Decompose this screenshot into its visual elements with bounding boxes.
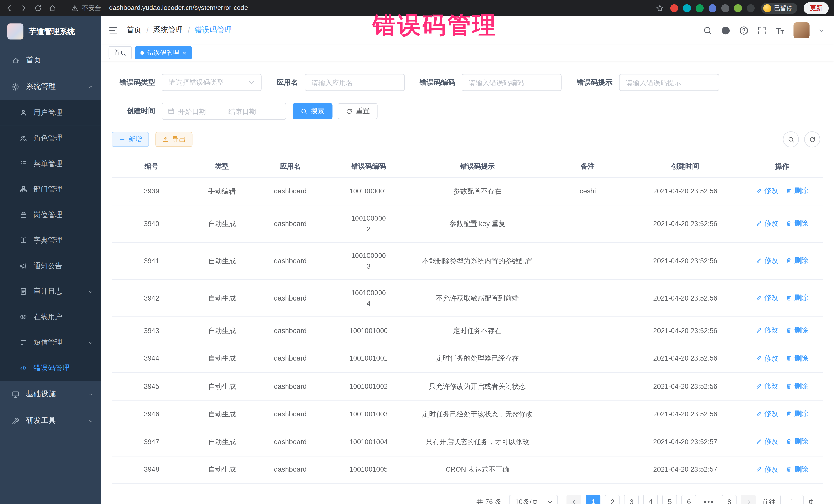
row-time-cell: 2021-04-20 23:52:57 [630, 429, 741, 455]
delete-link[interactable]: 删除 [786, 292, 808, 303]
edit-link[interactable]: 修改 [756, 381, 778, 391]
page-6-button[interactable]: 6 [682, 495, 697, 504]
edit-link[interactable]: 修改 [756, 218, 778, 228]
edit-link[interactable]: 修改 [756, 353, 778, 363]
sidebar-item-user[interactable]: 用户管理 [0, 100, 101, 126]
page-2-button[interactable]: 2 [605, 495, 620, 504]
toggle-search-button[interactable] [783, 131, 799, 147]
reset-button[interactable]: 重置 [338, 103, 377, 119]
sidebar-item-online-user[interactable]: 在线用户 [0, 304, 101, 330]
sidebar-item-devtools[interactable]: 研发工具 [0, 408, 101, 434]
app-name-input[interactable] [305, 74, 405, 91]
refresh-table-button[interactable] [804, 131, 820, 147]
logo[interactable]: 芋道管理系统 [0, 16, 101, 47]
hamburger-icon[interactable] [109, 25, 118, 35]
start-date-input[interactable] [178, 107, 215, 115]
page-5-button[interactable]: 5 [662, 495, 677, 504]
sidebar-item-role[interactable]: 角色管理 [0, 126, 101, 151]
github-icon[interactable] [721, 26, 730, 35]
sidebar-item-audit-log[interactable]: 审计日志 [0, 279, 101, 304]
chrome-home-icon[interactable] [48, 4, 57, 12]
edit-link[interactable]: 修改 [756, 292, 778, 303]
delete-link[interactable]: 删除 [786, 218, 808, 228]
search-button[interactable]: 搜索 [292, 103, 332, 119]
sidebar-item-infra[interactable]: 基础设施 [0, 381, 101, 408]
sidebar-item-home[interactable]: 首页 [0, 47, 101, 73]
delete-link[interactable]: 删除 [786, 185, 808, 196]
extension-icon[interactable] [721, 4, 729, 12]
sidebar-item-post[interactable]: 岗位管理 [0, 202, 101, 227]
filter-type-label: 错误码类型 [112, 78, 155, 87]
error-code-input[interactable] [462, 74, 562, 91]
sidebar-item-menu[interactable]: 菜单管理 [0, 151, 101, 177]
sidebar-item-dict[interactable]: 字典管理 [0, 227, 101, 253]
error-type-select[interactable]: 请选择错误码类型 [162, 74, 262, 91]
profile-paused-chip[interactable]: 已暂停 [761, 2, 797, 14]
error-msg-input[interactable] [619, 74, 719, 91]
sidebar-item-system[interactable]: 系统管理 [0, 73, 101, 100]
search-button-label: 搜索 [310, 107, 324, 116]
delete-link[interactable]: 删除 [786, 255, 808, 266]
page-size-select[interactable]: 10条/页 [509, 495, 558, 504]
header-search-icon[interactable] [703, 26, 712, 35]
tab-error-code[interactable]: 错误码管理 × [135, 46, 192, 59]
sidebar-item-error-code[interactable]: 错误码管理 [0, 355, 101, 381]
extension-icon[interactable] [708, 4, 716, 12]
chevron-down-icon[interactable] [819, 27, 825, 34]
extension-icon[interactable] [683, 4, 690, 12]
date-range-picker[interactable]: - [162, 103, 286, 119]
back-icon[interactable] [5, 4, 13, 12]
more-pages-button[interactable]: ••• [701, 495, 718, 504]
delete-link[interactable]: 删除 [786, 464, 808, 474]
next-page-button[interactable] [741, 495, 756, 504]
address-bar[interactable]: 不安全 dashboard.yudao.iocoder.cn/system/er… [71, 3, 248, 12]
table-header-row: 编号类型应用名错误码编码错误码提示备注创建时间操作 [112, 156, 823, 178]
font-size-icon[interactable] [775, 26, 785, 35]
page-8-button[interactable]: 8 [722, 495, 737, 504]
delete-link[interactable]: 删除 [786, 325, 808, 335]
add-button[interactable]: 新增 [112, 132, 149, 147]
sidebar-item-dept[interactable]: 部门管理 [0, 177, 101, 202]
tab-close-icon[interactable]: × [182, 49, 186, 56]
page-3-button[interactable]: 3 [624, 495, 639, 504]
extension-icon[interactable] [746, 4, 754, 12]
goto-page-input[interactable] [781, 495, 804, 504]
reload-icon[interactable] [34, 4, 42, 12]
users-icon [20, 134, 27, 142]
table-row: 3941自动生成dashboard100100000 3不能删除类型为系统内置的… [112, 243, 823, 280]
edit-link[interactable]: 修改 [756, 185, 778, 196]
edit-link[interactable]: 修改 [756, 464, 778, 474]
export-button[interactable]: 导出 [155, 132, 193, 147]
delete-link[interactable]: 删除 [786, 436, 808, 446]
sidebar-item-sms[interactable]: 短信管理 [0, 330, 101, 355]
breadcrumb-system[interactable]: 系统管理 [153, 25, 183, 35]
edit-link[interactable]: 修改 [756, 409, 778, 419]
extension-icon[interactable] [670, 4, 678, 12]
url-text[interactable]: dashboard.yudao.iocoder.cn/system/error-… [109, 4, 248, 12]
prev-page-button[interactable] [567, 495, 581, 504]
bookmark-star-icon[interactable] [656, 4, 664, 12]
page-1-button[interactable]: 1 [586, 495, 601, 504]
delete-link[interactable]: 删除 [786, 409, 808, 419]
delete-link[interactable]: 删除 [786, 353, 808, 363]
chrome-update-button[interactable]: 更新 [804, 2, 829, 14]
page-4-button[interactable]: 4 [643, 495, 658, 504]
extension-icon[interactable] [696, 4, 703, 12]
fullscreen-icon[interactable] [758, 26, 767, 35]
delete-label: 删除 [794, 255, 808, 266]
forward-icon[interactable] [20, 4, 28, 12]
row-actions-cell: 修改删除 [741, 178, 824, 205]
edit-link[interactable]: 修改 [756, 255, 778, 266]
extension-icon[interactable] [734, 4, 742, 12]
plus-icon [118, 136, 126, 143]
user-avatar[interactable] [793, 22, 809, 38]
row-msg-cell: 定时任务不存在 [409, 318, 546, 344]
delete-link[interactable]: 删除 [786, 381, 808, 391]
edit-link[interactable]: 修改 [756, 436, 778, 446]
breadcrumb-home[interactable]: 首页 [127, 25, 141, 35]
tab-home[interactable]: 首页 [109, 46, 132, 59]
edit-link[interactable]: 修改 [756, 325, 778, 335]
end-date-input[interactable] [228, 107, 266, 115]
sidebar-item-notice[interactable]: 通知公告 [0, 253, 101, 279]
help-icon[interactable] [739, 26, 748, 35]
